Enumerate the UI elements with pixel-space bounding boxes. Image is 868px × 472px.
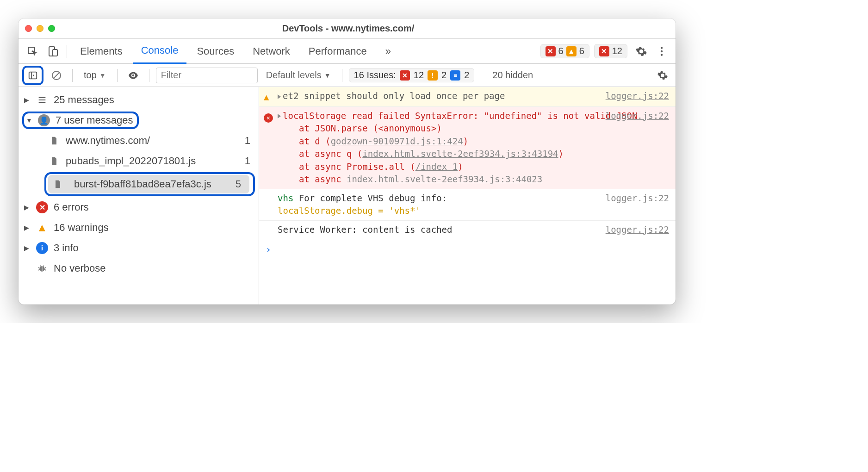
expand-caret-icon[interactable] bbox=[278, 114, 281, 118]
source-link[interactable]: logger.js:22 bbox=[606, 110, 669, 123]
file-icon bbox=[48, 155, 60, 167]
inspect-icon[interactable] bbox=[23, 42, 42, 61]
stack-link[interactable]: index.html.svelte-2eef3934.js:3:44023 bbox=[347, 174, 542, 184]
main-split: 25 messages 👤 7 user messages www.nytime… bbox=[19, 87, 676, 304]
user-messages-highlight: 👤 7 user messages bbox=[22, 112, 139, 129]
source-link[interactable]: logger.js:22 bbox=[606, 192, 669, 205]
file-icon bbox=[52, 178, 64, 190]
panel-tabs: Elements Console Sources Network Perform… bbox=[19, 39, 676, 64]
sidebar-verbose[interactable]: No verbose bbox=[19, 258, 259, 279]
chevron-down-icon: ▼ bbox=[324, 72, 331, 79]
titlebar: DevTools - www.nytimes.com/ bbox=[19, 19, 676, 39]
console-toolbar: top ▼ Default levels ▼ 16 Issues: ✕12 !2… bbox=[19, 64, 676, 87]
svg-point-3 bbox=[661, 47, 663, 49]
stack-link[interactable]: godzown-9010971d.js:1:424 bbox=[331, 136, 463, 146]
clear-console-icon[interactable] bbox=[47, 66, 66, 85]
console-settings-gear-icon[interactable] bbox=[653, 66, 672, 85]
svg-line-9 bbox=[54, 73, 59, 78]
source-link[interactable]: logger.js:22 bbox=[606, 90, 669, 103]
caret-icon bbox=[24, 96, 31, 104]
filter-input[interactable] bbox=[156, 68, 258, 83]
info-icon: i bbox=[36, 242, 48, 254]
error-icon: ✕ bbox=[400, 70, 410, 81]
svg-point-5 bbox=[661, 54, 663, 56]
caret-icon bbox=[24, 204, 31, 211]
file-icon bbox=[48, 135, 60, 147]
sidebar-file-item-selected[interactable]: burst-f9baff81bad8ea7efa3c.js 5 bbox=[48, 175, 249, 193]
console-message-log[interactable]: vhs For complete VHS debug info: localSt… bbox=[259, 189, 676, 221]
errors-warnings-badge[interactable]: ✕6 ▲6 bbox=[540, 44, 589, 58]
log-levels-selector[interactable]: Default levels ▼ bbox=[261, 68, 335, 83]
extension-errors-badge[interactable]: ✕12 bbox=[594, 44, 627, 58]
sidebar-errors[interactable]: ✕ 6 errors bbox=[19, 197, 259, 217]
console-message-error[interactable]: ✕ localStorage read failed SyntaxError: … bbox=[259, 107, 676, 189]
stack-trace: at JSON.parse (<anonymous>) at d (godzow… bbox=[278, 122, 670, 186]
window-controls bbox=[25, 25, 55, 32]
tab-sources[interactable]: Sources bbox=[188, 39, 242, 64]
sidebar-messages[interactable]: 25 messages bbox=[19, 90, 259, 110]
issues-counter[interactable]: 16 Issues: ✕12 !2 ≡2 bbox=[349, 68, 475, 82]
chevron-down-icon: ▼ bbox=[99, 72, 106, 79]
warning-icon: ▲ bbox=[566, 46, 577, 56]
console-message-log[interactable]: Service Worker: content is cached logger… bbox=[259, 221, 676, 240]
tab-console[interactable]: Console bbox=[133, 39, 187, 64]
console-message-warning[interactable]: ▲ et2 snippet should only load once per … bbox=[259, 87, 676, 107]
caret-icon bbox=[26, 117, 32, 124]
caret-icon bbox=[24, 244, 31, 252]
console-sidebar: 25 messages 👤 7 user messages www.nytime… bbox=[19, 87, 259, 304]
expand-caret-icon[interactable] bbox=[278, 94, 281, 99]
devtools-window: DevTools - www.nytimes.com/ Elements Con… bbox=[19, 19, 676, 304]
list-icon bbox=[36, 94, 48, 106]
window-title: DevTools - www.nytimes.com/ bbox=[55, 23, 641, 34]
selected-file-highlight: burst-f9baff81bad8ea7efa3c.js 5 bbox=[44, 172, 255, 196]
error-icon: ✕ bbox=[546, 46, 556, 56]
sidebar-file-item[interactable]: pubads_impl_2022071801.js 1 bbox=[19, 151, 259, 171]
tab-performance[interactable]: Performance bbox=[300, 39, 375, 64]
console-prompt[interactable]: › bbox=[259, 239, 676, 260]
live-expression-icon[interactable] bbox=[124, 66, 143, 85]
sidebar-user-messages[interactable]: 👤 7 user messages bbox=[19, 110, 259, 130]
source-link[interactable]: logger.js:22 bbox=[606, 224, 669, 236]
sidebar-toggle-highlight bbox=[22, 66, 43, 85]
error-icon: ✕ bbox=[264, 110, 273, 186]
caret-icon bbox=[24, 224, 31, 231]
minimize-window-button[interactable] bbox=[37, 25, 43, 32]
warning-icon: ▲ bbox=[36, 222, 48, 234]
sidebar-toggle-icon[interactable] bbox=[26, 68, 40, 82]
device-toggle-icon[interactable] bbox=[43, 42, 62, 61]
svg-point-4 bbox=[661, 50, 663, 52]
tab-network[interactable]: Network bbox=[244, 39, 298, 64]
hidden-count[interactable]: 20 hidden bbox=[488, 68, 538, 83]
close-window-button[interactable] bbox=[25, 25, 32, 32]
zoom-window-button[interactable] bbox=[48, 25, 55, 32]
warning-icon: ! bbox=[428, 70, 438, 81]
sidebar-info[interactable]: i 3 info bbox=[19, 238, 259, 258]
user-icon: 👤 bbox=[38, 114, 50, 126]
info-icon: ≡ bbox=[450, 70, 460, 81]
extension-error-icon: ✕ bbox=[599, 46, 609, 56]
log-code: localStorage.debug = 'vhs*' bbox=[278, 205, 421, 216]
log-tag: vhs bbox=[278, 193, 293, 203]
context-selector[interactable]: top ▼ bbox=[79, 68, 111, 83]
tab-elements[interactable]: Elements bbox=[72, 39, 131, 64]
stack-link[interactable]: /index 1 bbox=[415, 161, 458, 172]
tabs-overflow[interactable]: » bbox=[377, 39, 399, 64]
bug-icon bbox=[36, 262, 48, 274]
stack-link[interactable]: index.html.svelte-2eef3934.js:3:43194 bbox=[362, 149, 558, 159]
sidebar-file-item[interactable]: www.nytimes.com/ 1 bbox=[19, 130, 259, 151]
settings-gear-icon[interactable] bbox=[632, 42, 651, 61]
svg-rect-2 bbox=[53, 50, 57, 56]
warning-icon: ▲ bbox=[264, 90, 273, 104]
more-menu-icon[interactable] bbox=[652, 42, 671, 61]
sidebar-warnings[interactable]: ▲ 16 warnings bbox=[19, 217, 259, 238]
console-messages: ▲ et2 snippet should only load once per … bbox=[259, 87, 676, 304]
error-icon: ✕ bbox=[36, 201, 48, 213]
svg-point-10 bbox=[132, 74, 134, 76]
